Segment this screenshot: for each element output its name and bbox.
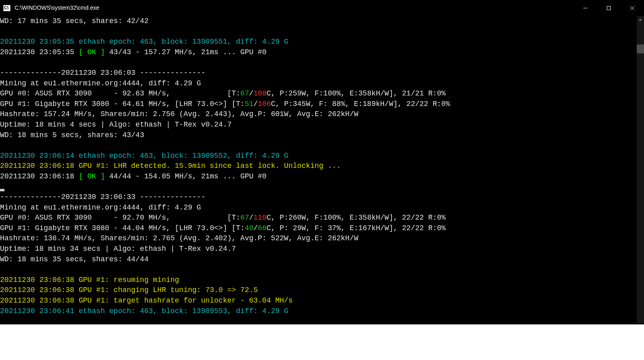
terminal-text-segment: 20211230 23:06:41 ethash epoch: 463, blo…: [0, 307, 288, 315]
terminal-line: [0, 57, 644, 68]
terminal-text-segment: WD: 18 mins 5 secs, shares: 43/43: [0, 131, 144, 139]
terminal-text-segment: --------------20211230 23:06:33 --------…: [0, 193, 205, 201]
terminal-text-segment: Mining at eu1.ethermine.org:4444, diff: …: [0, 203, 201, 212]
terminal-line: Uptime: 18 mins 34 secs | Algo: ethash |…: [0, 244, 644, 254]
terminal-text-segment: --------------20211230 23:06:03 --------…: [0, 69, 205, 77]
terminal-text-segment: C, P: 29W, F: 37%, E:167kH/W], 22/22 R:0…: [267, 224, 446, 232]
terminal-text-segment: 67: [240, 214, 249, 222]
terminal-line: 20211230 23:06:18 [ OK ] 44/44 - 154.05 …: [0, 172, 644, 182]
terminal-line: Mining at eu1.ethermine.org:4444, diff: …: [0, 203, 644, 213]
terminal-line: Hashrate: 157.24 MH/s, Shares/min: 2.756…: [0, 109, 644, 120]
terminal-text-segment: 66: [258, 224, 267, 232]
terminal-text-segment: GPU #1: Gigabyte RTX 3080 - 44.04 MH/s, …: [0, 224, 245, 232]
terminal-text-segment: 20211230 23:06:38 GPU #1: resuming minin…: [0, 276, 179, 284]
terminal-text-segment: [ OK ]: [78, 172, 105, 180]
terminal-line: GPU #1: Gigabyte RTX 3080 - 64.61 MH/s, …: [0, 99, 644, 110]
window-controls: [574, 0, 644, 16]
vertical-scrollbar[interactable]: [637, 16, 644, 324]
terminal-line: [0, 265, 644, 275]
terminal-cursor: [0, 189, 4, 191]
terminal-text-segment: /: [254, 224, 258, 232]
terminal-line: 20211230 23:06:38 GPU #1: changing LHR t…: [0, 285, 644, 296]
terminal-line: 20211230 23:06:18 GPU #1: LHR detected. …: [0, 161, 644, 172]
terminal-text-segment: Uptime: 18 mins 34 secs | Algo: ethash |…: [0, 245, 236, 253]
terminal-line: [0, 140, 644, 151]
terminal-text-segment: 40: [245, 224, 254, 232]
terminal-line: 20211230 23:05:35 ethash epoch: 463, blo…: [0, 37, 644, 47]
terminal-text-segment: 43/43 - 157.27 MH/s, 21ms ... GPU #0: [105, 48, 267, 56]
window-titlebar[interactable]: C:\ C:\WINDOWS\system32\cmd.exe: [0, 0, 644, 16]
terminal-line: 20211230 23:06:41 ethash epoch: 463, blo…: [0, 306, 644, 317]
terminal-text-segment: C, P:260W, F:100%, E:358kH/W], 22/22 R:0…: [267, 214, 446, 222]
terminal-text-segment: Uptime: 18 mins 4 secs | Algo: ethash | …: [0, 121, 232, 129]
terminal-text-segment: C, P:259W, F:100%, E:358kH/W], 21/21 R:0…: [267, 89, 446, 97]
terminal-line: 20211230 23:06:38 GPU #1: target hashrat…: [0, 296, 644, 306]
terminal-line: --------------20211230 23:06:33 --------…: [0, 192, 644, 203]
terminal-text-segment: 20211230 23:06:38 GPU #1: changing LHR t…: [0, 286, 258, 294]
terminal-text-segment: /: [249, 89, 254, 97]
cmd-icon: C:\: [3, 5, 11, 11]
terminal-text-segment: GPU #1: Gigabyte RTX 3080 - 64.61 MH/s, …: [0, 100, 245, 108]
terminal-text-segment: [ OK ]: [78, 48, 105, 56]
close-button[interactable]: [621, 0, 644, 16]
terminal-line: GPU #0: ASUS RTX 3090 - 92.70 MH/s, [T:6…: [0, 213, 644, 223]
terminal-line: 20211230 23:06:38 GPU #1: resuming minin…: [0, 275, 644, 286]
terminal-text-segment: 106: [258, 100, 271, 108]
terminal-text-segment: Mining at eu1.ethermine.org:4444, diff: …: [0, 79, 201, 87]
terminal-line: [0, 182, 644, 193]
terminal-text-segment: /: [254, 100, 258, 108]
terminal-line: Hashrate: 136.74 MH/s, Shares/min: 2.765…: [0, 233, 644, 244]
terminal-text-segment: 20211230 23:06:18: [0, 172, 78, 180]
terminal-line: WD: 18 mins 5 secs, shares: 43/43: [0, 130, 644, 141]
terminal-text-segment: 67: [240, 89, 249, 97]
terminal-text-segment: 44/44 - 154.05 MH/s, 21ms ... GPU #0: [105, 172, 267, 180]
terminal-text-segment: WD: 18 mins 35 secs, shares: 44/44: [0, 255, 148, 263]
svg-rect-1: [607, 6, 611, 10]
terminal-line: 20211230 23:06:14 ethash epoch: 463, blo…: [0, 151, 644, 161]
terminal-text-segment: 20211230 23:06:38 GPU #1: target hashrat…: [0, 296, 293, 305]
terminal-text-segment: 20211230 23:05:35: [0, 48, 78, 56]
window-title: C:\WINDOWS\system32\cmd.exe: [15, 3, 99, 13]
terminal-text-segment: 110: [254, 214, 267, 222]
terminal-line: GPU #0: ASUS RTX 3090 - 92.63 MH/s, [T:6…: [0, 89, 644, 99]
terminal-text-segment: GPU #0: ASUS RTX 3090 - 92.70 MH/s, [T:: [0, 214, 240, 222]
terminal-text-segment: 20211230 23:05:35 ethash epoch: 463, blo…: [0, 38, 288, 46]
minimize-button[interactable]: [574, 0, 597, 16]
terminal-text-segment: GPU #0: ASUS RTX 3090 - 92.63 MH/s, [T:: [0, 89, 240, 97]
terminal-line: GPU #1: Gigabyte RTX 3080 - 44.04 MH/s, …: [0, 223, 644, 234]
terminal-line: [0, 27, 644, 37]
terminal-text-segment: WD: 17 mins 35 secs, shares: 42/42: [0, 17, 148, 25]
terminal-text-segment: 51: [245, 100, 254, 108]
terminal-line: --------------20211230 23:06:03 --------…: [0, 68, 644, 78]
terminal-text-segment: 20211230 23:06:18 GPU #1: LHR detected. …: [0, 162, 341, 170]
terminal-line: WD: 18 mins 35 secs, shares: 44/44: [0, 254, 644, 265]
terminal-line: Uptime: 18 mins 4 secs | Algo: ethash | …: [0, 120, 644, 130]
terminal-text-segment: Hashrate: 157.24 MH/s, Shares/min: 2.756…: [0, 110, 358, 118]
terminal-text-segment: 20211230 23:06:14 ethash epoch: 463, blo…: [0, 152, 288, 160]
terminal-line: Mining at eu1.ethermine.org:4444, diff: …: [0, 78, 644, 89]
terminal-text-segment: /: [249, 214, 254, 222]
terminal-output[interactable]: WD: 17 mins 35 secs, shares: 42/42 20211…: [0, 16, 644, 316]
terminal-text-segment: C, P:345W, F: 88%, E:189kH/W], 22/22 R:0…: [271, 100, 450, 108]
scrollbar-thumb[interactable]: [637, 44, 644, 53]
terminal-line: WD: 17 mins 35 secs, shares: 42/42: [0, 16, 644, 27]
terminal-text-segment: 108: [254, 89, 267, 97]
scroll-up-arrow-icon[interactable]: [637, 16, 644, 23]
maximize-button[interactable]: [597, 0, 621, 16]
page-bottom-margin: [0, 324, 644, 360]
terminal-text-segment: Hashrate: 136.74 MH/s, Shares/min: 2.765…: [0, 234, 358, 242]
terminal-line: 20211230 23:05:35 [ OK ] 43/43 - 157.27 …: [0, 47, 644, 58]
